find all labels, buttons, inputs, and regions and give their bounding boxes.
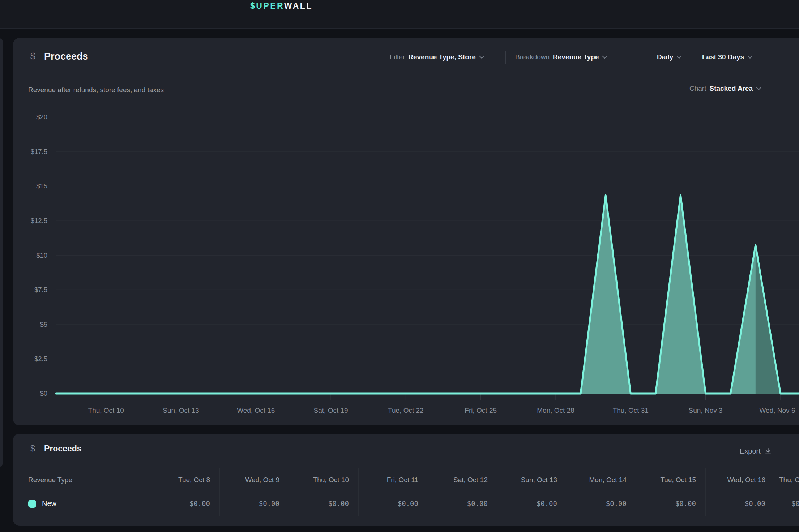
filter-dropdown[interactable]: Filter Revenue Type, Store — [390, 50, 484, 65]
column-divider — [775, 468, 775, 516]
y-axis-label: $12.5 — [31, 217, 47, 224]
logo-white-part: WALL — [284, 1, 313, 10]
row-header-label: Revenue Type — [28, 468, 72, 492]
table-column-header: Wed, Oct 9 — [219, 468, 289, 492]
control-separator — [505, 51, 506, 64]
x-axis-label: Sun, Nov 3 — [689, 407, 723, 414]
granularity-dropdown[interactable]: Daily — [657, 50, 682, 65]
granularity-value: Daily — [657, 53, 673, 61]
column-divider — [705, 468, 706, 516]
table-column-header: Thu, Oct 17 — [775, 468, 799, 492]
column-divider — [497, 468, 497, 516]
table-cell-value: $0.00 — [705, 492, 775, 516]
chevron-down-icon — [602, 55, 607, 59]
table-column-header: Tue, Oct 15 — [636, 468, 705, 492]
table-cell-value: $0.00 — [497, 492, 567, 516]
y-axis-label: $10 — [36, 252, 47, 259]
dollar-icon: $ — [30, 51, 35, 61]
adjacent-card-edge — [0, 38, 3, 467]
export-label: Export — [740, 447, 761, 455]
table-cell-value: $0.00 — [567, 492, 636, 516]
top-bar: $UPERWALL — [0, 0, 799, 29]
table-column-header: Sun, Oct 13 — [497, 468, 567, 492]
y-axis-label: $0 — [40, 390, 47, 397]
table-cell-value: $0.00 — [428, 492, 497, 516]
dollar-icon: $ — [30, 444, 35, 454]
chart-card-title: Proceeds — [44, 51, 88, 62]
table-card-title: Proceeds — [44, 444, 82, 454]
x-axis-label: Sun, Oct 13 — [163, 407, 199, 414]
superwall-logo: $UPERWALL — [250, 1, 313, 11]
chart-type-label: Chart — [689, 85, 706, 93]
column-divider — [150, 468, 150, 516]
x-axis-label: Thu, Oct 10 — [88, 407, 124, 414]
x-axis-label: Thu, Oct 31 — [613, 407, 649, 414]
table-cell-value: $0.00 — [289, 492, 358, 516]
export-button[interactable]: Export — [740, 445, 772, 458]
column-divider — [428, 468, 428, 516]
proceeds-table-card: $ Proceeds Export Revenue Type Tue, Oct … — [13, 434, 799, 526]
control-separator — [693, 51, 693, 64]
chevron-down-icon — [676, 55, 682, 59]
chevron-down-icon — [747, 55, 753, 59]
table-column-header: Mon, Oct 14 — [567, 468, 636, 492]
stacked-area-chart[interactable]: $0$2.5$5$7.5$10$12.5$15$17.5$20Thu, Oct … — [13, 108, 799, 419]
chart-type-value: Stacked Area — [709, 85, 753, 93]
y-axis-label: $5 — [40, 321, 47, 328]
breakdown-dropdown[interactable]: Breakdown Revenue Type — [515, 50, 607, 65]
chart-type-dropdown[interactable]: Chart Stacked Area — [689, 85, 761, 93]
table-column-header: Sat, Oct 12 — [428, 468, 497, 492]
x-axis-label: Mon, Oct 28 — [537, 407, 574, 414]
breakdown-label: Breakdown — [515, 53, 550, 61]
table-cell-value: $0.00 — [636, 492, 705, 516]
series-color-swatch — [28, 500, 36, 508]
date-range-value: Last 30 Days — [702, 53, 744, 61]
breakdown-value: Revenue Type — [553, 53, 599, 61]
y-axis-label: $17.5 — [31, 148, 47, 155]
chevron-down-icon — [479, 55, 484, 59]
table-column-header: Fri, Oct 11 — [358, 468, 428, 492]
table-cell-value: $0.00 — [150, 492, 219, 516]
x-axis-label: Wed, Oct 16 — [237, 407, 275, 414]
area-fill-new — [56, 195, 799, 394]
column-divider — [358, 468, 359, 516]
logo-teal-part: $UPER — [250, 1, 284, 10]
x-axis-label: Wed, Nov 6 — [760, 407, 795, 414]
column-divider — [289, 468, 289, 516]
series-name: New — [42, 499, 56, 508]
column-divider — [636, 468, 636, 516]
table-column-header: Thu, Oct 10 — [289, 468, 358, 492]
y-axis-label: $7.5 — [34, 286, 47, 293]
table-cell-value: $0.00 — [775, 492, 799, 516]
card-header-divider — [13, 76, 799, 76]
column-divider — [219, 468, 220, 516]
y-axis-label: $15 — [36, 182, 47, 190]
proceeds-chart-card: $ Proceeds Filter Revenue Type, Store Br… — [13, 38, 799, 425]
table-column-header: Wed, Oct 16 — [705, 468, 775, 492]
y-axis-label: $2.5 — [34, 355, 47, 362]
divider — [0, 76, 3, 76]
chart-subtitle: Revenue after refunds, store fees, and t… — [28, 86, 164, 94]
table-row-new: New — [28, 492, 56, 516]
filter-value: Revenue Type, Store — [408, 53, 476, 61]
y-axis-label: $20 — [36, 113, 47, 121]
x-axis-label: Tue, Oct 22 — [388, 407, 424, 414]
x-axis-label: Sat, Oct 19 — [314, 407, 348, 414]
table-cell-value: $0.00 — [358, 492, 428, 516]
chevron-down-icon — [756, 87, 761, 90]
date-range-dropdown[interactable]: Last 30 Days — [702, 50, 753, 65]
table-divider — [13, 516, 799, 516]
download-icon — [764, 447, 772, 455]
table-column-header: Tue, Oct 8 — [150, 468, 219, 492]
control-separator — [648, 51, 648, 64]
x-axis-label: Fri, Oct 25 — [465, 407, 497, 414]
table-cell-value: $0.00 — [219, 492, 289, 516]
filter-label: Filter — [390, 53, 405, 61]
column-divider — [567, 468, 567, 516]
